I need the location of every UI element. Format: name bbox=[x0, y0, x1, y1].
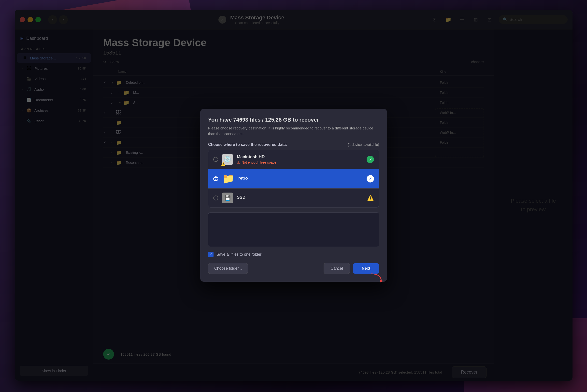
cancel-button[interactable]: Cancel bbox=[324, 263, 350, 274]
macintosh-hd-icon: 💿 ⚠️ bbox=[222, 154, 233, 165]
choose-folder-button[interactable]: Choose folder... bbox=[208, 263, 248, 274]
retro-check: ✓ bbox=[367, 175, 374, 182]
hd-warn-badge: ⚠️ bbox=[221, 162, 225, 166]
device-radio-ssd[interactable] bbox=[213, 196, 218, 200]
retro-info: retro bbox=[238, 176, 363, 182]
device-item-macintosh-hd[interactable]: 💿 ⚠️ Macintosh HD ⚠ Not enough free spac… bbox=[208, 150, 379, 169]
device-radio-macintosh-hd[interactable] bbox=[213, 157, 218, 162]
device-item-ssd[interactable]: 💾 SSD ⚠️ bbox=[208, 189, 379, 207]
ssd-warn-icon: ⚠️ bbox=[367, 194, 374, 202]
modal-overlay: You have 74693 files / 125,28 GB to reco… bbox=[15, 10, 572, 381]
retro-name: retro bbox=[238, 176, 363, 181]
arrow-indicator bbox=[369, 272, 384, 284]
modal-devices-count: (1 devices available) bbox=[348, 143, 379, 147]
macintosh-hd-name: Macintosh HD bbox=[237, 154, 363, 160]
macintosh-hd-info: Macintosh HD ⚠ Not enough free space bbox=[237, 154, 363, 164]
device-list: 💿 ⚠️ Macintosh HD ⚠ Not enough free spac… bbox=[208, 150, 379, 208]
modal-btn-left: Choose folder... bbox=[208, 263, 248, 274]
retro-folder-icon: 📁 bbox=[222, 173, 234, 184]
device-radio-retro[interactable] bbox=[213, 176, 218, 181]
modal-title: You have 74693 files / 125,28 GB to reco… bbox=[208, 117, 379, 123]
ssd-info: SSD bbox=[237, 195, 363, 201]
modal-btn-right: Cancel Next bbox=[324, 263, 379, 274]
macintosh-hd-check: ✓ bbox=[367, 156, 374, 163]
macintosh-hd-warning: ⚠ Not enough free space bbox=[237, 160, 363, 164]
device-item-retro[interactable]: 📁 retro ✓ bbox=[208, 169, 379, 189]
modal-subtitle: Please choose recovery destination. It i… bbox=[208, 126, 379, 136]
ssd-name: SSD bbox=[237, 195, 363, 200]
warning-icon: ⚠ bbox=[237, 160, 240, 164]
modal-checkbox-row[interactable]: ✓ Save all files to one folder bbox=[208, 252, 379, 257]
ssd-icon: 💾 bbox=[222, 192, 233, 203]
save-to-folder-checkbox[interactable]: ✓ bbox=[208, 252, 214, 257]
modal-buttons: Choose folder... Cancel Next bbox=[208, 263, 379, 274]
recovery-modal: You have 74693 files / 125,28 GB to reco… bbox=[200, 109, 387, 282]
main-window: ‹ › ✓ Mass Storage Device Scan completed… bbox=[15, 10, 572, 381]
save-to-folder-label: Save all files to one folder bbox=[217, 252, 261, 257]
modal-choose-row: Choose where to save the recovered data:… bbox=[208, 142, 379, 147]
folder-picker[interactable] bbox=[208, 212, 379, 247]
modal-choose-label: Choose where to save the recovered data: bbox=[208, 142, 287, 147]
